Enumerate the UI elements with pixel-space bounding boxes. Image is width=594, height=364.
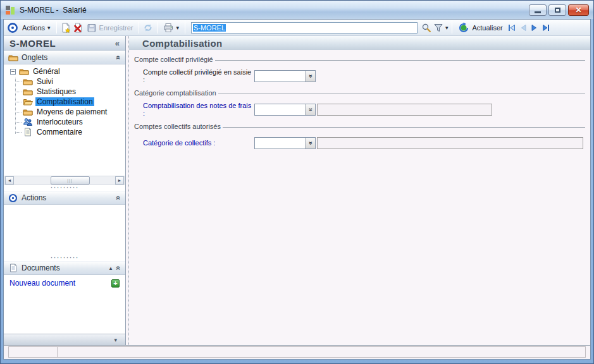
compte-collectif-select[interactable]: « <box>254 70 316 82</box>
panel-header-onglets[interactable]: Onglets « <box>4 51 125 64</box>
maximize-button[interactable] <box>548 4 566 16</box>
folder-icon <box>19 67 29 76</box>
group-categorie-comptabilisation: Catégorie comptabilisation <box>134 89 585 97</box>
group-legend: Compte collectif privilégié <box>134 56 213 63</box>
search-input-selected-text: S-MOREL <box>193 24 226 32</box>
tree-item-moyens-de-paiement[interactable]: Moyens de paiement <box>4 107 125 117</box>
tree-item-interlocuteurs[interactable]: Interlocuteurs <box>4 117 125 127</box>
minimize-icon <box>535 11 541 13</box>
close-button[interactable]: ✕ <box>568 4 589 16</box>
refresh-icon-button[interactable] <box>143 23 153 33</box>
page-title: Comptabilisation <box>142 38 222 49</box>
panel-header-documents[interactable]: Documents ▴ « <box>4 261 125 275</box>
delete-button[interactable] <box>73 23 83 33</box>
print-button[interactable]: ▾ <box>161 22 181 33</box>
scroll-left-button[interactable]: ◄ <box>5 176 14 185</box>
collapse-panel-icon[interactable]: « <box>114 56 123 60</box>
triangle-up-icon[interactable]: ▴ <box>109 265 113 271</box>
first-record-button[interactable] <box>507 23 517 33</box>
maximize-icon <box>555 8 560 13</box>
collapse-panel-icon[interactable]: « <box>114 196 123 200</box>
onglets-tree: Général Suivi <box>4 64 125 176</box>
scrollbar-track[interactable]: ||| <box>14 176 115 185</box>
note-icon <box>23 128 33 136</box>
status-bar <box>4 345 590 359</box>
chevron-down-icon: ▾ <box>176 25 179 31</box>
window-controls: ✕ <box>529 4 589 16</box>
tree-item-commentaire[interactable]: Commentaire <box>4 127 125 137</box>
panel-actions-label: Actions <box>22 193 46 202</box>
tree-item-suivi[interactable]: Suivi <box>4 76 125 87</box>
tree-item-label: Moyens de paiement <box>35 107 108 116</box>
collapse-node-icon[interactable] <box>10 69 16 75</box>
field-label: Catégorie de collectifs : <box>143 139 254 147</box>
chevron-double-down-icon: « <box>307 74 314 78</box>
group-comptes-collectifs-autorises: Comptes collectifs autorisés <box>134 123 585 130</box>
panel-splitter-handle[interactable]: ········· <box>4 185 125 191</box>
tree-item-label: Suivi <box>35 77 54 86</box>
page-header: Comptabilisation <box>129 36 590 50</box>
tree-item-statistiques[interactable]: Statistiques <box>4 87 125 97</box>
panel-documents-label: Documents <box>22 264 60 272</box>
sidebar-record-title: S-MOREL <box>9 38 56 49</box>
printer-icon <box>163 23 173 33</box>
actions-menu-button[interactable]: Actions ▾ <box>20 23 53 32</box>
tree-item-label: Interlocuteurs <box>35 118 84 126</box>
tree-item-general[interactable]: Général <box>4 66 125 76</box>
actualiser-icon <box>458 22 469 33</box>
record-navigation <box>507 23 551 33</box>
select-dropdown-button[interactable]: « <box>305 71 315 82</box>
save-button[interactable]: Enregistrer <box>85 22 135 33</box>
folder-icon <box>23 107 33 116</box>
sidebar: S-MOREL « Onglets « <box>4 36 126 345</box>
chevron-down-icon: ▾ <box>47 25 51 31</box>
add-document-button[interactable]: + <box>111 279 120 288</box>
panel-splitter-handle[interactable]: ········· <box>4 255 125 261</box>
record-search-input[interactable]: S-MOREL <box>191 22 418 33</box>
chevron-down-icon: ▾ <box>114 337 117 343</box>
panel-header-actions[interactable]: Actions « <box>4 191 125 205</box>
field-row-notes-de-frais: Comptabilisation des notes de frais : « <box>143 103 585 116</box>
tree-item-comptabilisation[interactable]: Comptabilisation <box>4 97 125 107</box>
app-window: S-MOREL - Salarié ✕ Actions ▾ <box>0 0 594 364</box>
folder-icon <box>23 77 33 86</box>
new-document-row: Nouveau document + <box>4 277 125 289</box>
status-cell-left <box>8 346 58 358</box>
field-row-compte-collectif: Compte collectif privilégié en saisie : … <box>143 70 585 82</box>
filter-dropdown-button[interactable]: ▾ <box>445 25 449 31</box>
categorie-collectifs-select[interactable]: « <box>254 137 316 149</box>
group-legend: Catégorie comptabilisation <box>134 89 216 97</box>
field-row-categorie-collectifs: Catégorie de collectifs : « <box>143 136 585 149</box>
notes-de-frais-readonly-field <box>317 104 492 116</box>
toolbar-separator <box>157 21 158 33</box>
new-document-link[interactable]: Nouveau document <box>9 279 75 288</box>
folder-open-icon <box>23 97 33 106</box>
toolbar-separator <box>139 21 139 33</box>
window-title: S-MOREL - Salarié <box>20 6 87 15</box>
actions-menu-label: Actions <box>22 24 45 32</box>
next-record-button[interactable] <box>529 23 540 33</box>
scroll-right-button[interactable]: ► <box>115 176 124 185</box>
app-logo-icon <box>5 5 15 15</box>
last-record-button[interactable] <box>541 23 551 33</box>
horizontal-scrollbar[interactable]: ◄ ||| ► <box>4 176 125 185</box>
new-document-button[interactable] <box>61 23 71 33</box>
group-compte-collectif-privilegie: Compte collectif privilégié <box>134 56 585 63</box>
refresh-button[interactable]: Actualiser <box>456 21 504 34</box>
search-icon-button[interactable] <box>421 23 431 33</box>
filter-icon-button[interactable] <box>433 23 443 33</box>
select-dropdown-button[interactable]: « <box>305 138 315 149</box>
select-dropdown-button[interactable]: « <box>305 104 315 115</box>
notes-de-frais-select[interactable]: « <box>254 104 316 116</box>
previous-record-button[interactable] <box>518 23 528 33</box>
titlebar: S-MOREL - Salarié ✕ <box>1 1 593 19</box>
collapse-sidebar-button[interactable]: « <box>115 39 120 48</box>
sidebar-footer-bar[interactable]: ▾ <box>4 334 125 345</box>
actions-panel-body <box>4 205 125 255</box>
documents-panel-body: Nouveau document + <box>4 275 125 334</box>
collapse-panel-icon[interactable]: « <box>114 266 123 270</box>
scrollbar-thumb[interactable]: ||| <box>51 176 90 185</box>
people-icon <box>23 118 33 126</box>
minimize-button[interactable] <box>529 4 547 16</box>
window-frame: Actions ▾ <box>1 19 593 363</box>
